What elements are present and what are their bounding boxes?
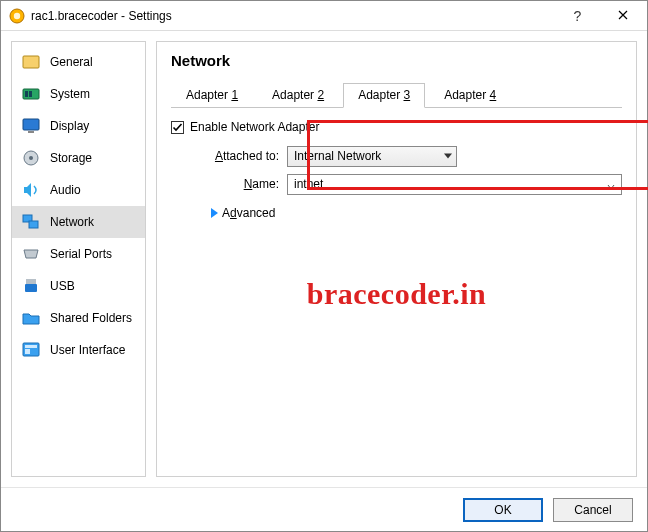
display-icon <box>22 117 40 135</box>
audio-icon <box>22 181 40 199</box>
page-title: Network <box>171 52 622 69</box>
svg-rect-13 <box>25 284 37 292</box>
tab-adapter-4[interactable]: Adapter 4 <box>429 83 511 108</box>
sidebar-item-general[interactable]: General <box>12 46 145 78</box>
name-label: Name: <box>191 177 287 191</box>
check-icon <box>172 122 183 133</box>
sidebar-item-label: Serial Ports <box>50 247 112 261</box>
ok-button[interactable]: OK <box>463 498 543 522</box>
name-value: intnet <box>294 177 323 191</box>
close-icon <box>618 9 628 23</box>
sidebar-item-label: USB <box>50 279 75 293</box>
enable-adapter-row: Enable Network Adapter <box>171 120 622 134</box>
svg-rect-4 <box>25 91 28 97</box>
watermark-text: bracecoder.in <box>307 277 487 311</box>
attached-to-value: Internal Network <box>294 149 381 163</box>
usb-icon <box>22 277 40 295</box>
attached-to-row: Attached to: Internal Network <box>191 142 622 170</box>
svg-rect-5 <box>29 91 32 97</box>
chevron-down-icon <box>444 154 452 159</box>
help-button[interactable]: ? <box>555 1 600 30</box>
content-panel: Network Adapter 1 Adapter 2 Adapter 3 Ad… <box>156 41 637 477</box>
sidebar-item-label: Display <box>50 119 89 133</box>
sidebar-item-label: Storage <box>50 151 92 165</box>
disclosure-triangle-icon <box>211 208 218 218</box>
svg-point-9 <box>29 156 33 160</box>
settings-window: rac1.bracecoder - Settings ? General <box>0 0 648 532</box>
attached-to-label: Attached to: <box>191 149 287 163</box>
svg-rect-11 <box>29 221 38 228</box>
chevron-down-icon <box>607 180 615 188</box>
svg-rect-6 <box>23 119 39 130</box>
help-icon: ? <box>574 8 582 24</box>
storage-icon <box>22 149 40 167</box>
sidebar: General System Display Storage <box>11 41 146 477</box>
network-icon <box>22 213 40 231</box>
svg-rect-15 <box>25 345 37 348</box>
dialog-body: General System Display Storage <box>1 31 647 487</box>
enable-adapter-checkbox[interactable] <box>171 121 184 134</box>
cancel-button[interactable]: Cancel <box>553 498 633 522</box>
user-interface-icon <box>22 341 40 359</box>
close-button[interactable] <box>600 1 645 30</box>
sidebar-item-system[interactable]: System <box>12 78 145 110</box>
attached-to-dropdown[interactable]: Internal Network <box>287 146 457 167</box>
shared-folders-icon <box>22 309 40 327</box>
cancel-label: Cancel <box>574 503 611 517</box>
enable-adapter-label: Enable Network Adapter <box>190 120 319 134</box>
sidebar-item-storage[interactable]: Storage <box>12 142 145 174</box>
sidebar-item-label: Network <box>50 215 94 229</box>
sidebar-item-shared-folders[interactable]: Shared Folders <box>12 302 145 334</box>
sidebar-item-usb[interactable]: USB <box>12 270 145 302</box>
serial-ports-icon <box>22 245 40 263</box>
svg-rect-16 <box>25 349 30 354</box>
general-icon <box>22 53 40 71</box>
app-icon <box>9 8 25 24</box>
adapter-tabs: Adapter 1 Adapter 2 Adapter 3 Adapter 4 <box>171 83 622 108</box>
titlebar: rac1.bracecoder - Settings ? <box>1 1 647 31</box>
tab-adapter-1[interactable]: Adapter 1 <box>171 83 253 108</box>
name-row: Name: intnet <box>191 170 622 198</box>
svg-point-1 <box>14 12 20 18</box>
sidebar-item-label: Audio <box>50 183 81 197</box>
sidebar-item-network[interactable]: Network <box>12 206 145 238</box>
advanced-toggle[interactable]: Advanced <box>211 206 622 220</box>
sidebar-item-label: Shared Folders <box>50 311 132 325</box>
sidebar-item-label: User Interface <box>50 343 125 357</box>
sidebar-item-user-interface[interactable]: User Interface <box>12 334 145 366</box>
sidebar-item-display[interactable]: Display <box>12 110 145 142</box>
sidebar-item-serial-ports[interactable]: Serial Ports <box>12 238 145 270</box>
window-title: rac1.bracecoder - Settings <box>31 9 172 23</box>
system-icon <box>22 85 40 103</box>
sidebar-item-label: System <box>50 87 90 101</box>
svg-rect-2 <box>23 56 39 68</box>
svg-rect-12 <box>26 279 36 284</box>
tab-adapter-3[interactable]: Adapter 3 <box>343 83 425 108</box>
sidebar-item-label: General <box>50 55 93 69</box>
ok-label: OK <box>494 503 511 517</box>
dialog-footer: OK Cancel <box>1 487 647 531</box>
svg-rect-7 <box>28 131 34 133</box>
advanced-label: Advanced <box>222 206 275 220</box>
tab-adapter-2[interactable]: Adapter 2 <box>257 83 339 108</box>
name-combobox[interactable]: intnet <box>287 174 622 195</box>
sidebar-item-audio[interactable]: Audio <box>12 174 145 206</box>
